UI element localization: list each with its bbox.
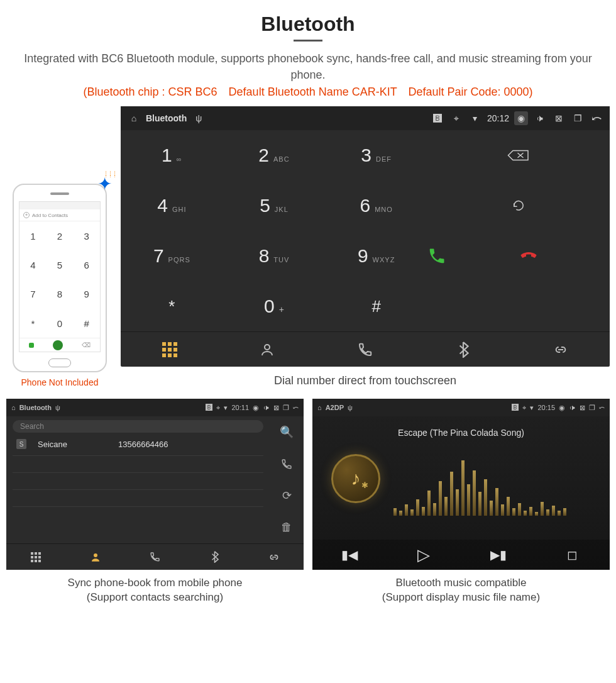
signal-icon: ⸽⸽⸽ [104,170,117,179]
key-3[interactable]: 3DEF [361,145,392,166]
bluetooth-status-icon: 🅱 [431,113,444,123]
visualizer [393,459,566,516]
usb-icon: ψ [192,113,206,123]
tab-contacts[interactable] [66,544,126,570]
sync-icon[interactable]: ⟳ [270,480,304,512]
key-0[interactable]: 0+ [264,296,284,317]
bluetooth-icon: ✦⸽⸽⸽ [97,174,112,194]
phone-keypad: 123 456 789 *0# [19,221,100,338]
next-button[interactable]: ▶▮ [461,540,536,570]
back-icon[interactable]: ⤺ [590,111,603,126]
music-panel: ⌂ A2DP ψ 🅱⌖▾ 20:15 ◉ 🕩⊠❐⤺ Escape (The Pi… [312,399,610,570]
bar-title: Bluetooth [146,113,187,123]
tab-dialpad[interactable] [6,544,66,570]
stop-button[interactable]: ◻ [536,540,610,570]
phone-caption: Phone Not Included [6,377,113,387]
page-title: Bluetooth [5,13,611,36]
key-star[interactable]: * [168,297,175,316]
song-title: Escape (The Pina Colada Song) [398,428,524,438]
key-1[interactable]: 1∞ [162,145,182,166]
key-2[interactable]: 2ABC [258,145,289,166]
wifi-icon: ▾ [468,113,482,123]
tab-recents[interactable] [316,332,414,367]
play-button[interactable]: ▷ [387,540,461,570]
dial-keypad: 1∞ 2ABC 3DEF 4GHI 5JKL 6MNO 7PQRS 8TUV 9… [121,130,427,331]
clock: 20:12 [487,113,509,123]
tab-pair[interactable] [244,544,304,570]
title-underline [294,40,322,42]
close-app-icon[interactable]: ⊠ [552,113,566,123]
phone-mockup: ✦⸽⸽⸽ +Add to Contacts 123 456 789 *0# ⌫ [13,184,107,372]
tab-pair[interactable] [512,332,610,367]
tab-dialpad[interactable] [121,332,219,367]
home-icon[interactable]: ⌂ [127,113,141,123]
dialer-caption: Dial number direct from touchscreen [121,374,610,387]
search-input[interactable]: Search [13,420,263,433]
key-6[interactable]: 6MNO [360,195,392,216]
redial-button[interactable] [427,180,610,231]
screenshot-icon[interactable]: ◉ [253,404,259,412]
contacts-panel: ⌂ Bluetooth ψ 🅱⌖▾ 20:11 ◉ 🕩⊠❐⤺ Search S … [6,399,304,570]
key-9[interactable]: 9WXYZ [358,245,395,267]
call-icon[interactable] [270,448,304,480]
music-note-icon: ♪ [351,468,361,489]
screenshot-icon[interactable]: ◉ [514,111,528,125]
tab-recents[interactable] [125,544,185,570]
bluetooth-icon: ✱ [361,480,368,490]
svg-point-1 [94,553,97,557]
home-icon[interactable]: ⌂ [317,404,322,411]
contacts-caption: Sync phone-book from mobile phone (Suppo… [6,576,304,605]
tab-bluetooth[interactable] [185,544,245,570]
dialer-panel: ⌂ Bluetooth ψ 🅱 ⌖ ▾ 20:12 ◉ 🕩 ⊠ ❐ ⤺ [121,106,610,367]
search-icon[interactable]: 🔍 [270,416,304,448]
status-bar: ⌂ Bluetooth ψ 🅱 ⌖ ▾ 20:12 ◉ 🕩 ⊠ ❐ ⤺ [121,106,610,130]
key-hash[interactable]: # [371,297,380,316]
description: Integrated with BC6 Bluetooth module, su… [5,50,611,83]
contact-row[interactable]: S Seicane 13566664466 [13,436,263,452]
hangup-button[interactable] [519,250,610,262]
key-4[interactable]: 4GHI [157,195,186,216]
add-to-contacts: +Add to Contacts [19,209,100,221]
key-8[interactable]: 8TUV [259,245,290,267]
call-button[interactable] [427,247,519,265]
music-status-bar: ⌂ A2DP ψ 🅱⌖▾ 20:15 ◉ 🕩⊠❐⤺ [312,399,610,416]
dialer-tabs [121,331,610,367]
key-7[interactable]: 7PQRS [153,245,190,267]
music-caption: Bluetooth music compatible (Support disp… [312,576,610,605]
svg-point-0 [265,345,270,350]
tab-contacts[interactable] [219,332,317,367]
delete-icon[interactable]: 🗑 [270,512,304,544]
volume-icon[interactable]: 🕩 [533,113,547,123]
tab-bluetooth[interactable] [414,332,512,367]
key-5[interactable]: 5JKL [260,195,289,216]
home-icon[interactable]: ⌂ [11,404,16,411]
album-art: ♪ ✱ [331,454,380,503]
recent-icon[interactable]: ❐ [571,113,585,123]
location-icon: ⌖ [449,113,463,124]
backspace-button[interactable] [427,130,610,180]
spec-line: (Bluetooth chip : CSR BC6 Default Blueto… [5,86,611,99]
contacts-status-bar: ⌂ Bluetooth ψ 🅱⌖▾ 20:11 ◉ 🕩⊠❐⤺ [6,399,304,416]
screenshot-icon[interactable]: ◉ [559,404,565,412]
prev-button[interactable]: ▮◀ [312,540,387,570]
